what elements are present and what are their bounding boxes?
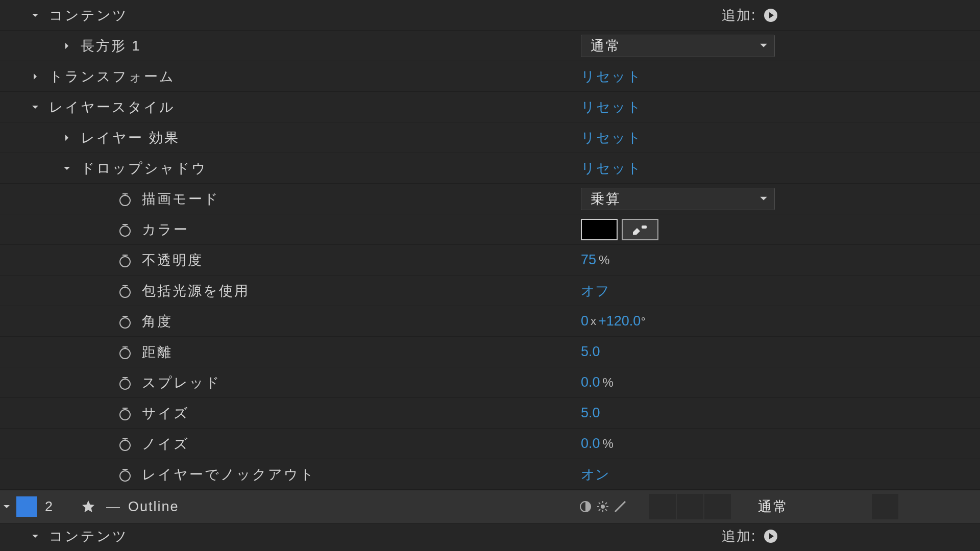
angle-rev-value[interactable]: 0 [581,313,589,329]
row-transform[interactable]: トランスフォーム リセット [0,61,980,92]
color-swatch[interactable] [581,219,618,240]
name-cell: ノイズ [0,429,576,459]
label-size: サイズ [142,404,189,422]
switch-block[interactable] [872,494,898,519]
row-opacity: 不透明度 75 % [0,245,980,276]
value-cell: 追加: [576,0,980,30]
name-cell: レイヤーでノックアウト [0,459,576,489]
label-layer-styles[interactable]: レイヤースタイル [49,98,175,116]
label-drop-shadow[interactable]: ドロップシャドウ [81,159,207,178]
name-cell: 不透明度 [0,245,576,275]
layer-mode-dropdown[interactable]: 通常 [750,495,859,518]
angle-x: x [591,315,596,328]
row-contents-2[interactable]: コンテンツ 追加: [0,523,980,549]
layer-row-2[interactable]: 2 — Outline [0,490,980,523]
chevron-right-icon[interactable] [61,132,72,143]
name-cell: 描画モード [0,184,576,214]
label-contents[interactable]: コンテンツ [49,6,128,24]
svg-point-5 [120,287,130,297]
label-spread: スプレッド [142,373,221,392]
stopwatch-icon[interactable] [117,314,133,329]
play-circle-icon[interactable] [763,7,779,23]
label-rect1[interactable]: 長方形 1 [81,37,141,55]
spread-value[interactable]: 0.0 [581,374,600,390]
opacity-value[interactable]: 75 [581,252,596,268]
reset-link[interactable]: リセット [581,67,642,86]
name-cell: 角度 [0,306,576,336]
chevron-down-icon[interactable] [30,10,41,21]
value-cell: リセット [576,61,980,91]
add-label: 追加: [722,6,756,24]
play-circle-icon[interactable] [763,528,779,544]
switch-block[interactable] [704,494,731,519]
blend-mode-dropdown[interactable]: 通常 [581,35,775,57]
chevron-down-icon[interactable] [61,163,72,174]
fx-icon[interactable] [595,499,610,514]
stopwatch-icon[interactable] [117,191,133,207]
row-contents[interactable]: コンテンツ 追加: [0,0,980,31]
stopwatch-icon[interactable] [117,467,133,482]
star-icon[interactable] [81,499,96,514]
name-cell: コンテンツ [0,0,576,30]
noise-unit: % [603,437,614,451]
eyedropper-icon[interactable] [622,219,658,240]
row-layer-styles[interactable]: レイヤースタイル リセット [0,92,980,122]
chevron-down-icon[interactable] [1,501,12,512]
knockout-value[interactable]: オン [581,465,609,484]
label-distance: 距離 [142,343,173,361]
reset-link[interactable]: リセット [581,129,642,147]
value-cell [576,214,980,244]
blend-mode-value-dropdown[interactable]: 乗算 [581,188,775,210]
value-cell: 通常 [576,31,980,61]
value-cell: 0 x +120.0 ° [576,306,980,336]
chevron-down-icon[interactable] [30,102,41,113]
name-cell: ドロップシャドウ [0,153,576,183]
label-contents[interactable]: コンテンツ [49,527,128,545]
spread-unit: % [603,375,614,390]
label-transform[interactable]: トランスフォーム [49,67,175,86]
noise-value[interactable]: 0.0 [581,436,600,452]
stopwatch-icon[interactable] [117,436,133,452]
stopwatch-icon[interactable] [117,406,133,421]
reset-link[interactable]: リセット [581,159,642,178]
svg-rect-3 [642,226,647,229]
row-layer-effects[interactable]: レイヤー 効果 リセット [0,122,980,153]
svg-point-1 [120,195,130,206]
name-cell: 距離 [0,337,576,367]
row-rectangle-1[interactable]: 長方形 1 通常 [0,31,980,61]
row-size: サイズ 5.0 [0,398,980,429]
row-drop-shadow[interactable]: ドロップシャドウ リセット [0,153,980,184]
chevron-down-icon[interactable] [30,531,41,542]
row-distance: 距離 5.0 [0,337,980,367]
row-blend-mode: 描画モード 乗算 [0,184,980,214]
mask-icon[interactable] [578,499,593,514]
row-knockout: レイヤーでノックアウト オン [0,459,980,490]
svg-point-9 [120,410,130,420]
chevron-right-icon[interactable] [30,71,41,82]
chevron-right-icon[interactable] [61,40,72,52]
row-color: カラー [0,214,980,245]
layer-color-swatch[interactable] [16,496,37,517]
label-color: カラー [142,220,189,239]
stopwatch-icon[interactable] [117,222,133,237]
value-cell: 0.0 % [576,367,980,397]
reset-link[interactable]: リセット [581,98,642,116]
row-noise: ノイズ 0.0 % [0,429,980,459]
add-label: 追加: [722,527,756,545]
stopwatch-icon[interactable] [117,375,133,390]
layer-name[interactable]: Outline [128,499,179,515]
label-layer-effects[interactable]: レイヤー 効果 [81,129,180,147]
stopwatch-icon[interactable] [117,253,133,268]
global-light-value[interactable]: オフ [581,282,609,300]
motion-blur-icon[interactable] [612,499,628,514]
angle-deg-value[interactable]: +120.0 [598,313,641,329]
label-global-light: 包括光源を使用 [142,282,250,300]
switch-block[interactable] [649,494,676,519]
switch-block[interactable] [677,494,703,519]
stopwatch-icon[interactable] [117,283,133,298]
row-global-light: 包括光源を使用 オフ [0,276,980,306]
size-value[interactable]: 5.0 [581,405,600,421]
value-cell: 75 % [576,245,980,275]
distance-value[interactable]: 5.0 [581,344,600,360]
stopwatch-icon[interactable] [117,344,133,360]
